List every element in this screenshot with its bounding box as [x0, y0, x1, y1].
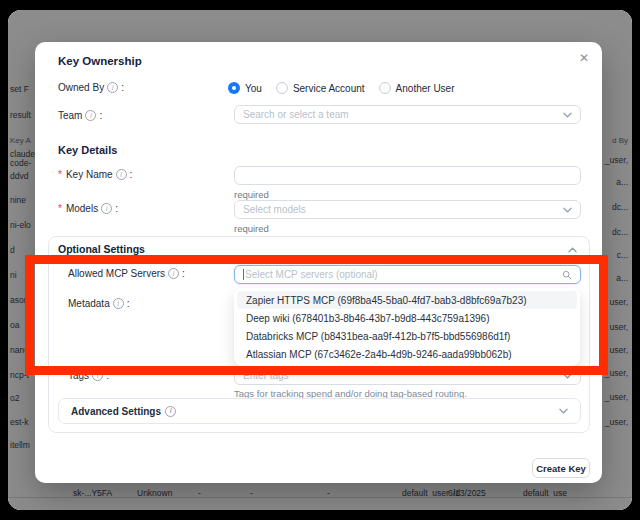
key-name-label: * Key Name i :	[58, 169, 132, 180]
tags-label-text: Tags	[68, 370, 89, 381]
colon: :	[127, 298, 130, 309]
key-name-input[interactable]	[234, 166, 581, 185]
optional-settings-heading[interactable]: Optional Settings	[58, 243, 145, 255]
allowed-mcp-label-text: Allowed MCP Servers	[68, 268, 165, 279]
allowed-mcp-label: Allowed MCP Servers i :	[68, 268, 185, 279]
mcp-option[interactable]: Databricks MCP (b8431bea-aa9f-412b-b7f5-…	[237, 327, 577, 345]
info-icon: i	[85, 110, 96, 121]
search-icon	[562, 270, 572, 280]
colon: :	[99, 110, 102, 121]
chevron-down-icon	[563, 112, 572, 118]
required-asterisk: *	[58, 203, 62, 214]
required-hint: required	[234, 223, 269, 234]
chevron-up-icon[interactable]	[568, 247, 577, 253]
close-icon[interactable]: ✕	[579, 51, 589, 65]
mcp-placeholder: Select MCP servers (optional)	[245, 269, 378, 280]
create-key-button[interactable]: Create Key	[532, 458, 590, 478]
team-label: Team i :	[58, 110, 102, 121]
info-icon: i	[113, 298, 124, 309]
info-icon: i	[116, 169, 127, 180]
colon: :	[182, 268, 185, 279]
mcp-option[interactable]: Zapier HTTPS MCP (69f8ba45-5ba0-4fd7-bab…	[237, 291, 577, 309]
radio-label: Another User	[396, 83, 455, 94]
owned-by-radio-group: You Service Account Another User	[228, 82, 455, 94]
owned-by-label-text: Owned By	[58, 82, 104, 93]
text-cursor	[243, 269, 244, 280]
tags-label: Tags i :	[68, 370, 109, 381]
colon: :	[121, 82, 124, 93]
radio-you[interactable]: You	[228, 82, 262, 94]
team-select[interactable]: Search or select a team	[234, 105, 581, 124]
mcp-server-select[interactable]: Select MCP servers (optional)	[234, 265, 581, 284]
team-label-text: Team	[58, 110, 82, 121]
radio-label: You	[245, 83, 262, 94]
modal-title: Key Ownership	[58, 55, 142, 67]
radio-label: Service Account	[293, 83, 365, 94]
info-icon: i	[101, 203, 112, 214]
key-details-heading: Key Details	[58, 144, 117, 156]
create-key-modal: Key Ownership ✕ Owned By i : You Service…	[35, 42, 602, 483]
mcp-option[interactable]: Atlassian MCP (67c3462e-2a4b-4d9b-9246-a…	[237, 345, 577, 363]
advanced-settings-label: Advanced Settings	[71, 406, 161, 417]
key-name-label-text: Key Name	[66, 169, 113, 180]
colon: :	[130, 169, 133, 180]
chevron-down-icon	[563, 373, 572, 379]
models-select[interactable]: Select models	[234, 200, 581, 219]
team-placeholder: Search or select a team	[243, 109, 349, 120]
metadata-label-text: Metadata	[68, 298, 110, 309]
radio-another-user[interactable]: Another User	[379, 82, 455, 94]
owned-by-label: Owned By i :	[58, 82, 124, 93]
required-hint: required	[234, 189, 269, 200]
models-label: * Models i :	[58, 203, 118, 214]
chevron-down-icon	[559, 408, 568, 414]
required-asterisk: *	[58, 169, 62, 180]
colon: :	[115, 203, 118, 214]
info-icon: i	[92, 370, 103, 381]
models-placeholder: Select models	[243, 204, 306, 215]
radio-service-account[interactable]: Service Account	[276, 82, 365, 94]
colon: :	[106, 370, 109, 381]
radio-selected-icon	[228, 82, 240, 94]
chevron-down-icon	[563, 207, 572, 213]
info-icon: i	[165, 406, 176, 417]
tags-select[interactable]: Enter tags	[234, 366, 581, 385]
mcp-option[interactable]: Deep wiki (678401b3-8b46-43b7-b9d8-443c7…	[237, 309, 577, 327]
radio-unselected-icon	[379, 82, 391, 94]
advanced-settings-toggle[interactable]: Advanced Settings i	[58, 398, 581, 424]
info-icon: i	[168, 268, 179, 279]
info-icon: i	[107, 82, 118, 93]
radio-unselected-icon	[276, 82, 288, 94]
models-label-text: Models	[66, 203, 98, 214]
tags-placeholder: Enter tags	[243, 370, 289, 381]
browser-window: set F result Key A claude code- ddvd nin…	[8, 10, 632, 510]
mcp-dropdown: Zapier HTTPS MCP (69f8ba45-5ba0-4fd7-bab…	[234, 288, 580, 366]
metadata-label: Metadata i :	[68, 298, 129, 309]
